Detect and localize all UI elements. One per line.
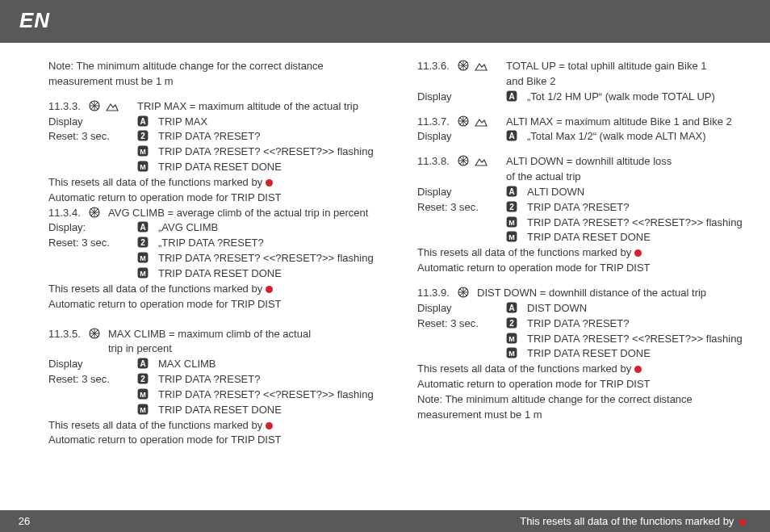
letter-m-icon: M: [137, 160, 158, 175]
red-dot-icon: [266, 286, 273, 293]
display-label: Display:: [48, 220, 137, 236]
section-title: DIST DOWN = downhill distance of the act…: [477, 286, 706, 301]
reset-step-1: TRIP DATA ?RESET?: [527, 200, 746, 216]
letter-2-icon: 2: [137, 236, 158, 251]
letter-m-icon: M: [137, 251, 158, 266]
svg-text:M: M: [140, 163, 146, 171]
reset-step-2: TRIP DATA ?RESET? <<?RESET?>> flashing: [527, 332, 746, 347]
letter-a-icon: A: [506, 301, 527, 316]
reset-step-2: TRIP DATA ?RESET? <<?RESET?>> flashing: [158, 387, 377, 403]
svg-text:M: M: [508, 233, 515, 241]
reset-step-2: TRIP DATA ?RESET? <<?RESET?>> flashing: [158, 251, 377, 266]
letter-2-icon: 2: [137, 372, 158, 387]
display-value: TRIP MAX: [158, 115, 377, 130]
reset-step-1: „TRIP DATA ?RESET?: [158, 236, 377, 251]
reset-step-3: TRIP DATA RESET DONE: [158, 403, 377, 418]
section-id: 11.3.3.: [48, 99, 89, 115]
section-id: 11.3.5.: [48, 327, 89, 342]
letter-a-icon: A: [137, 115, 158, 130]
resets-marked: This resets all data of the functions ma…: [417, 245, 746, 261]
display-label: Display: [48, 357, 137, 372]
display-value: „Tot 1/2 HM UP“ (walk mode TOTAL UP): [527, 90, 746, 105]
display-label: Display: [48, 115, 137, 130]
auto-return: Automatic return to operation mode for T…: [417, 377, 746, 392]
page-number: 26: [0, 515, 48, 527]
section-id: 11.3.7.: [417, 115, 458, 130]
section-title: ALTI MAX = maximum altitude Bike 1 and B…: [506, 115, 732, 130]
section-id: 11.3.8.: [417, 154, 458, 170]
letter-2-icon: 2: [506, 316, 527, 332]
reset-step-1: TRIP DATA ?RESET?: [158, 372, 377, 387]
red-dot-icon: [266, 422, 273, 429]
svg-text:M: M: [140, 405, 146, 413]
section-1134: 11.3.4. AVG CLIMB = average climb of the…: [48, 206, 377, 221]
display-label: Display: [417, 90, 506, 105]
section-title-line1: ALTI DOWN = downhill altitude loss: [506, 154, 672, 170]
wheel-icon: [458, 287, 469, 298]
display-value: „Total Max 1/2“ (walk mode ALTI MAX): [527, 129, 746, 145]
reset-step-2: TRIP DATA ?RESET? <<?RESET?>> flashing: [527, 216, 746, 231]
section-id: 11.3.9.: [417, 286, 458, 301]
section-title-line2: trip in percent: [108, 341, 172, 357]
auto-return: Automatic return to operation mode for T…: [48, 433, 377, 448]
footer-text: This resets all data of the functions ma…: [520, 515, 746, 527]
display-label: Display: [417, 185, 506, 200]
page-footer: 26 This resets all data of the functions…: [0, 510, 770, 532]
svg-text:M: M: [140, 148, 146, 156]
svg-text:2: 2: [140, 132, 145, 140]
section-1133: 11.3.3. TRIP MAX = maximum altitude of t…: [48, 99, 377, 115]
wheel-icon: [458, 60, 469, 71]
mountain-icon: [106, 102, 119, 111]
section-title-line2: of the actual trip: [506, 170, 581, 185]
wheel-icon: [89, 328, 100, 339]
language-code: EN: [19, 8, 50, 32]
page-header: EN: [0, 0, 770, 43]
section-1138: 11.3.8. ALTI DOWN = downhill altitude lo…: [417, 154, 746, 170]
svg-text:M: M: [508, 350, 515, 358]
reset-step-2: TRIP DATA ?RESET? <<?RESET?>> flashing: [158, 145, 377, 160]
mountain-icon: [475, 157, 488, 166]
letter-m-icon: M: [137, 266, 158, 282]
resets-marked: This resets all data of the functions ma…: [48, 282, 377, 297]
letter-a-icon: A: [506, 129, 527, 145]
reset-step-3: TRIP DATA RESET DONE: [527, 346, 746, 362]
svg-text:A: A: [508, 91, 514, 100]
red-dot-icon: [634, 366, 642, 373]
note-top: Note: The minimum altitude change for th…: [48, 59, 377, 90]
note-bottom: Note: The minimum altitude change for th…: [417, 392, 746, 423]
display-value: „AVG CLIMB: [158, 220, 377, 236]
svg-text:2: 2: [140, 375, 145, 383]
section-1136: 11.3.6. TOTAL UP = total uphill altitude…: [417, 59, 746, 74]
auto-return: Automatic return to operation mode for T…: [48, 297, 377, 312]
letter-m-icon: M: [137, 145, 158, 160]
letter-m-icon: M: [506, 332, 527, 347]
display-label: Display: [417, 301, 506, 316]
letter-a-icon: A: [506, 185, 527, 200]
section-icons: [89, 99, 137, 115]
auto-return: Automatic return to operation mode for T…: [48, 191, 377, 206]
letter-m-icon: M: [506, 346, 527, 362]
section-title-line1: MAX CLIMB = maximum climb of the actual: [108, 327, 311, 342]
red-dot-icon: [266, 179, 273, 186]
svg-text:A: A: [508, 186, 514, 195]
svg-text:A: A: [508, 132, 514, 140]
reset-label: Reset: 3 sec.: [417, 200, 506, 216]
svg-text:M: M: [140, 390, 146, 398]
svg-text:A: A: [140, 223, 145, 232]
reset-step-3: TRIP DATA RESET DONE: [158, 160, 377, 175]
svg-text:2: 2: [140, 238, 145, 247]
mountain-icon: [475, 117, 488, 127]
wheel-icon: [458, 155, 469, 166]
letter-2-icon: 2: [137, 129, 158, 145]
svg-text:M: M: [140, 254, 146, 262]
display-value: MAX CLIMB: [158, 357, 377, 372]
svg-text:2: 2: [509, 202, 514, 211]
svg-text:2: 2: [509, 318, 514, 327]
section-icons: [458, 154, 506, 170]
section-1137: 11.3.7. ALTI MAX = maximum altitude Bike…: [417, 115, 746, 130]
svg-text:A: A: [140, 359, 145, 368]
section-1135: 11.3.5. MAX CLIMB = maximum climb of the…: [48, 327, 377, 342]
section-id: 11.3.4.: [48, 206, 89, 221]
reset-step-1: TRIP DATA ?RESET?: [158, 129, 377, 145]
resets-marked: This resets all data of the functions ma…: [417, 362, 746, 377]
